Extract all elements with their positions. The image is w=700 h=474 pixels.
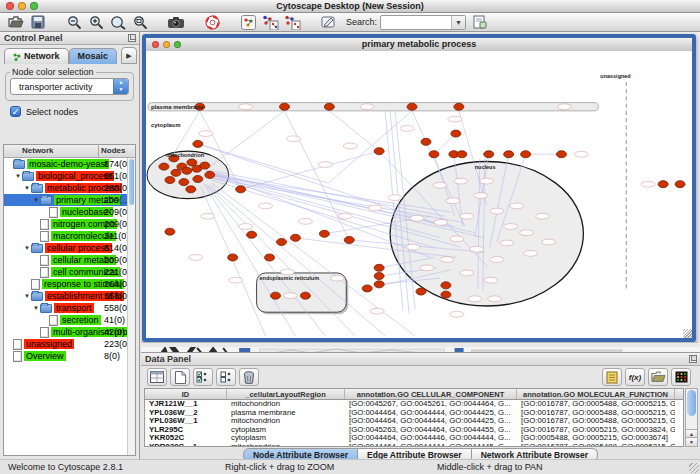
node-label <box>368 205 382 211</box>
tree-row-multi-organism-pro[interactable]: multi-organism pro42(0) <box>4 326 128 338</box>
tree-row-transport[interactable]: ▼transport558(0) <box>4 302 128 314</box>
float-panel-icon[interactable] <box>128 34 136 42</box>
disclosure-triangle-icon[interactable]: ▼ <box>32 197 40 203</box>
disclosure-triangle-icon[interactable]: ▼ <box>32 305 40 311</box>
tree-row-unassigned[interactable]: unassigned223(0) <box>4 338 128 350</box>
search-input[interactable] <box>381 17 451 28</box>
select-attributes-icon[interactable] <box>193 368 213 386</box>
disclosure-triangle-icon[interactable]: ▼ <box>23 293 31 299</box>
zoom-selected-region-icon[interactable] <box>130 14 150 31</box>
selected-node <box>165 177 175 184</box>
import-attributes-icon[interactable] <box>470 14 490 31</box>
node-label <box>470 246 484 252</box>
zoom-out-icon[interactable] <box>64 14 84 31</box>
help-icon[interactable] <box>202 14 222 31</box>
node-label <box>536 213 550 219</box>
tree-row-overview[interactable]: Overview8(0) <box>4 350 128 362</box>
table-cell: [GO:0016787, GO:0005488, GO:0005215, G..… <box>517 417 675 426</box>
tree-label: Overview <box>24 351 66 361</box>
notes-icon[interactable] <box>602 368 622 386</box>
tree-label: cellular process <box>45 243 112 253</box>
disclosure-triangle-icon[interactable]: ▼ <box>14 173 22 179</box>
app-title: Cytoscape Desktop (New Session) <box>0 1 700 11</box>
open-icon[interactable] <box>6 14 26 31</box>
app-resize-grip[interactable] <box>689 463 699 473</box>
node-label <box>474 193 488 199</box>
tree-row-nitrogen-compo[interactable]: nitrogen compo209(0) <box>4 218 128 230</box>
selected-node <box>504 151 514 158</box>
tree-row-cellular-metabo[interactable]: cellular metabo209(0) <box>4 254 128 266</box>
table-row[interactable]: YPL036W__2plasma membrane[GO:0044464, GO… <box>145 409 683 418</box>
tree-column-network[interactable]: Network <box>4 145 98 157</box>
more-tabs-icon[interactable]: ▶ <box>121 47 137 64</box>
network-canvas[interactable]: plasma membranecytoplasmmitochondrionnuc… <box>146 51 692 338</box>
tree-scrollbar[interactable] <box>127 158 135 455</box>
tree-row-cellular-process[interactable]: ▼cellular process614(0) <box>4 242 128 254</box>
node-color-dropdown[interactable]: transporter activity ▲▼ <box>10 78 129 95</box>
table-row[interactable]: YDR039C__1mitochondrion[GO:0044464, GO:0… <box>145 443 683 448</box>
zoom-in-icon[interactable] <box>86 14 106 31</box>
node-label <box>480 178 494 184</box>
new-attribute-icon[interactable] <box>170 368 190 386</box>
annotation-icon[interactable] <box>318 14 338 31</box>
data-panel-scrollbar[interactable]: ▲ ▼ <box>685 388 698 447</box>
selected-node <box>421 138 431 145</box>
tree-column-nodes[interactable]: Nodes <box>98 145 135 157</box>
snapshot-icon[interactable] <box>166 14 186 31</box>
table-row[interactable]: YJR121W__1mitochondrion[GO:0045267, GO:0… <box>145 400 683 409</box>
tree-node-count: 8(0) <box>104 350 120 362</box>
background-window-strip[interactable] <box>141 342 698 352</box>
delete-attribute-icon[interactable] <box>239 368 259 386</box>
tree-row-establishment-of-lo[interactable]: ▼establishment of lo558(0) <box>4 290 128 302</box>
table-row[interactable]: YLR295Ccytoplasm[GO:0045263, GO:0044464,… <box>145 426 683 435</box>
table-cell: [GO:0005488, GO:0005215, GO:0003674] <box>517 434 675 443</box>
status-pan-hint: Middle-click + drag to PAN <box>437 462 543 472</box>
table-cell: YDR039C__1 <box>145 443 227 448</box>
save-icon[interactable] <box>28 14 48 31</box>
tree-row-cell-communicat[interactable]: cell communicat221(0) <box>4 266 128 278</box>
network-window[interactable]: primary metabolic process plasma membran… <box>142 34 696 342</box>
tree-row-macromolecule[interactable]: macromolecule311(0) <box>4 230 128 242</box>
tree-node-count: 558(0) <box>104 302 128 314</box>
node-label <box>360 104 374 110</box>
node-label <box>286 136 300 142</box>
network-overview-icon[interactable] <box>238 14 258 31</box>
tree-row-mosaic-demo-yeast[interactable]: mosaic-demo-yeast874(0) <box>4 158 128 170</box>
tree-row-secretion[interactable]: secretion41(0) <box>4 314 128 326</box>
column-header[interactable]: annotation.GO CELLULAR_COMPONENT <box>345 389 517 399</box>
zoom-fit-icon[interactable] <box>108 14 128 31</box>
select-nodes-checkbox[interactable]: ✓ <box>10 106 21 117</box>
tree-row-response-to-stimulu[interactable]: response to stimulu264(0) <box>4 278 128 290</box>
attribute-table-icon[interactable] <box>147 368 167 386</box>
column-header[interactable]: _cellularLayoutRegion <box>227 389 345 399</box>
tab-mosaic[interactable]: Mosaic <box>69 48 118 64</box>
unselect-attributes-icon[interactable] <box>216 368 236 386</box>
data-panel-float-icon[interactable] <box>689 355 697 363</box>
file-icon <box>40 255 49 266</box>
new-network-from-selection-selected-edges-icon[interactable] <box>282 14 302 31</box>
tree-row-nucleobase-[interactable]: nucleobase-209(0) <box>4 206 128 218</box>
disclosure-triangle-icon[interactable]: ▼ <box>23 245 31 251</box>
heatmap-icon[interactable] <box>671 368 691 386</box>
search-dropdown-icon[interactable]: ▼ <box>451 16 465 29</box>
tree-row-biological-process[interactable]: ▼biological_process651(0) <box>4 170 128 182</box>
scroll-down-icon[interactable]: ▼ <box>686 437 697 446</box>
node-label <box>520 230 534 236</box>
import-folder-icon[interactable] <box>648 368 668 386</box>
table-row[interactable]: YKR052Ccytoplasm[GO:0044464, GO:0044446,… <box>145 434 683 443</box>
disclosure-triangle-icon[interactable]: ▼ <box>23 185 31 191</box>
node-label <box>510 203 524 209</box>
tab-network[interactable]: Network <box>4 48 69 64</box>
function-builder-icon[interactable]: f(x) <box>625 368 645 386</box>
table-row[interactable]: YPL036W__1mitochondrion[GO:0044464, GO:0… <box>145 417 683 426</box>
column-header[interactable]: ID <box>145 389 227 399</box>
select-nodes-row: ✓ Select nodes <box>10 106 139 117</box>
column-header[interactable]: annotation.GO MOLECULAR_FUNCTION <box>517 389 675 399</box>
window-resize-grip[interactable] <box>683 329 692 338</box>
select-nodes-label: Select nodes <box>26 107 78 117</box>
selected-node <box>179 179 189 186</box>
node-label <box>468 296 482 302</box>
tree-row-primary-metabo[interactable]: ▼primary metabo209(... <box>4 194 128 206</box>
new-network-from-selection-all-edges-icon[interactable] <box>260 14 280 31</box>
tree-row-metabolic-process[interactable]: ▼metabolic process280(0) <box>4 182 128 194</box>
